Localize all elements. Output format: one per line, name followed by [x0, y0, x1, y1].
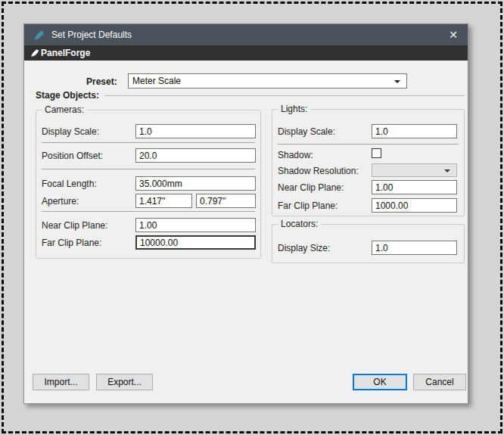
cameras-group-label: Cameras:	[42, 104, 87, 115]
camera-position-offset-label: Position Offset:	[42, 151, 103, 161]
preset-value: Meter Scale	[132, 76, 181, 86]
camera-near-clip-label: Near Clip Plane:	[42, 220, 107, 231]
desktop-background: Set Project Defaults ✕ PanelForge Preset…	[0, 0, 504, 435]
stage-objects-divider	[105, 95, 464, 96]
locators-group-label: Locators:	[278, 219, 321, 229]
camera-far-clip-input[interactable]	[135, 235, 256, 250]
brand-name: PanelForge	[41, 48, 90, 58]
light-far-clip-input[interactable]	[372, 198, 457, 213]
chevron-down-icon	[394, 80, 400, 83]
stage-objects-heading: Stage Objects:	[36, 90, 99, 101]
light-display-scale-input[interactable]	[372, 124, 457, 138]
import-button[interactable]: Import...	[33, 374, 89, 390]
camera-display-scale-input[interactable]	[135, 124, 256, 138]
locator-display-size-label: Display Size:	[278, 243, 330, 253]
ok-button[interactable]: OK	[353, 374, 407, 390]
panelforge-pen-icon	[30, 48, 39, 57]
window-title: Set Project Defaults	[51, 30, 443, 40]
app-pen-icon	[33, 30, 45, 41]
camera-near-clip-input[interactable]	[135, 218, 256, 232]
light-display-scale-label: Display Scale:	[278, 126, 335, 137]
chevron-down-icon	[444, 169, 450, 172]
camera-display-scale-label: Display Scale:	[42, 126, 99, 137]
camera-focal-length-input[interactable]	[135, 176, 256, 191]
cancel-button[interactable]: Cancel	[413, 374, 466, 390]
camera-position-offset-input[interactable]	[135, 148, 256, 163]
cameras-separator-3	[42, 211, 255, 212]
locator-display-size-input[interactable]	[372, 241, 457, 255]
camera-aperture-horizontal-input[interactable]	[135, 194, 192, 208]
light-far-clip-label: Far Clip Plane:	[278, 200, 338, 211]
shadow-checkbox[interactable]	[372, 148, 381, 158]
cameras-separator-2	[42, 169, 255, 169]
set-project-defaults-dialog: Set Project Defaults ✕ PanelForge Preset…	[23, 23, 468, 404]
camera-aperture-vertical-input[interactable]	[196, 194, 256, 208]
camera-focal-length-label: Focal Length:	[42, 179, 97, 189]
preset-dropdown[interactable]: Meter Scale	[128, 73, 407, 89]
close-icon[interactable]: ✕	[443, 26, 463, 44]
preset-label: Preset:	[86, 76, 117, 87]
title-bar[interactable]: Set Project Defaults ✕	[24, 24, 468, 45]
lights-group-label: Lights:	[278, 104, 310, 114]
light-near-clip-label: Near Clip Plane:	[278, 182, 344, 193]
cameras-separator-1	[42, 142, 255, 143]
export-button[interactable]: Export...	[96, 374, 153, 390]
camera-far-clip-label: Far Clip Plane:	[42, 238, 101, 248]
shadow-resolution-dropdown[interactable]	[372, 163, 457, 177]
camera-aperture-label: Aperture:	[42, 196, 79, 207]
shadow-label: Shadow:	[278, 150, 313, 160]
shadow-resolution-label: Shadow Resolution:	[278, 166, 359, 176]
lights-separator-1	[278, 144, 459, 144]
light-near-clip-input[interactable]	[372, 180, 457, 194]
brand-bar: PanelForge	[24, 45, 468, 61]
